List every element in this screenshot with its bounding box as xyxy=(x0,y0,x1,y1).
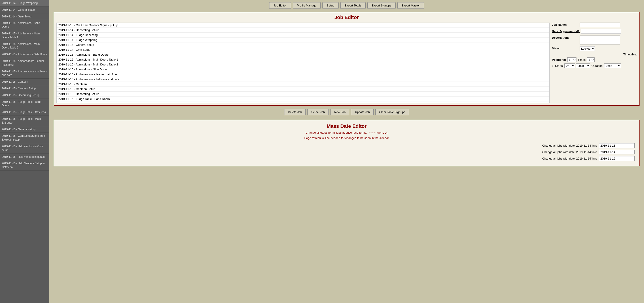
mass-date-row-label: Change all jobs with date '2019-11-15' i… xyxy=(58,157,597,160)
job-editor-content: 2019-11-13 - Craft Fair Outdoor Signs - … xyxy=(56,22,637,103)
job-list-item[interactable]: 2019-11-14 - Gym Setup xyxy=(56,47,550,52)
sidebar-item[interactable]: 2019-11-15 - Help vendors in Gym setup xyxy=(0,143,49,154)
job-list-item[interactable]: 2019-11-13 - Craft Fair Outdoor Signs - … xyxy=(56,23,550,28)
job-form: Job Name: Date: (yyyy-mm-dd): Descriptio… xyxy=(552,22,637,103)
mass-date-row-input[interactable] xyxy=(599,143,634,148)
mass-date-row: Change all jobs with date '2019-11-14' i… xyxy=(58,150,634,154)
job-list-item[interactable]: 2019-11-15 - Ambassadors - leader main f… xyxy=(56,72,550,77)
job-list-item[interactable]: 2019-11-15 - Canteen Setup xyxy=(56,87,550,92)
job-list-item[interactable]: 2019-11-15 - Admissions - Side Doors xyxy=(56,67,550,72)
job-list-item[interactable]: 2019-11-15 - Admissions - Main Doors Tab… xyxy=(56,57,550,62)
sidebar-item[interactable]: 2019-11-15 - Decorating Set-up xyxy=(0,92,49,99)
times-select[interactable]: 12345 xyxy=(587,57,594,62)
description-row: Description: xyxy=(552,35,637,44)
job-list[interactable]: 2019-11-13 - Craft Fair Outdoor Signs - … xyxy=(56,22,550,103)
nav-button-profile-manage[interactable]: Profile Manage xyxy=(293,2,321,9)
new-job-button[interactable]: New Job xyxy=(330,109,350,115)
job-list-item[interactable]: 2019-11-14 - Fudge Wrapping xyxy=(56,37,550,42)
sidebar-item[interactable]: 2019-11-15 - Ambassadors - hallways and … xyxy=(0,68,49,79)
clear-signups-button[interactable]: Clear Table Signups xyxy=(376,109,409,115)
job-list-item[interactable]: 2019-11-15 - Decorating Set-up xyxy=(56,92,550,96)
mass-date-row-input[interactable] xyxy=(599,156,634,161)
top-nav: Job EditorProfile ManageSetupExport Tota… xyxy=(54,2,640,9)
sidebar-item[interactable]: 2019-11-15 - Admissions - Main Doors Tab… xyxy=(0,41,49,51)
sidebar-item[interactable]: 2019-11-15 - Admissions - Main Doors Tab… xyxy=(0,30,49,41)
job-list-item[interactable]: 2019-11-15 - Admissions - Main Doors Tab… xyxy=(56,62,550,67)
date-row: Date: (yyyy-mm-dd): xyxy=(552,29,637,34)
positions-label: Positions: xyxy=(552,58,566,61)
sidebar-item[interactable]: 2019-11-14 - General setup xyxy=(0,7,49,13)
mass-date-row: Change all jobs with date '2019-11-13' i… xyxy=(58,143,634,148)
sidebar-item[interactable]: 2019-11-15 - Help Vendors Setup in Cafet… xyxy=(0,160,49,171)
update-job-button[interactable]: Update Job xyxy=(351,109,374,115)
sidebar-item[interactable]: 2019-11-14 - Gym Setup xyxy=(0,13,49,20)
sidebar-item[interactable]: 2019-11-15 - Admissions - Side Doors xyxy=(0,51,49,58)
nav-button-export-totals[interactable]: Export Totals xyxy=(340,2,366,9)
starts-row: 1: Starts: 0h1h2h3h 4h5h6h7h 8h9h10h11h1… xyxy=(552,63,637,68)
job-list-item[interactable]: 2019-11-14 - Decorating Set-up xyxy=(56,28,550,33)
state-select[interactable]: Locked Open Closed xyxy=(580,46,595,51)
job-list-item[interactable]: 2019-11-15 - Ambassadors - hallways and … xyxy=(56,77,550,82)
sidebar-item[interactable]: 2019-11-15 - Gym Setup/Signs/Tree & wrea… xyxy=(0,133,49,143)
mass-date-editor: Mass Date Editor Change all dates for al… xyxy=(54,120,640,166)
positions-row: Positions: 12345 678910 Times 12345 xyxy=(552,57,637,62)
duration-label: /Duration: xyxy=(591,64,603,67)
job-list-item[interactable]: 2019-11-14 - Fudge Receiving xyxy=(56,33,550,37)
action-buttons: Delete Job Select Job New Job Update Job… xyxy=(54,109,640,115)
mass-date-rows: Change all jobs with date '2019-11-13' i… xyxy=(58,143,634,161)
mass-date-row: Change all jobs with date '2019-11-15' i… xyxy=(58,156,634,161)
mass-date-desc1: Change all dates for all jobs at once (u… xyxy=(58,130,634,135)
job-name-row: Job Name: xyxy=(552,22,637,27)
sidebar-item[interactable]: 2019-11-15 - Admissions - Band Doors xyxy=(0,20,49,30)
select-job-button[interactable]: Select Job xyxy=(308,109,329,115)
mass-date-row-label: Change all jobs with date '2019-11-13' i… xyxy=(58,144,597,147)
mass-date-desc2: Page refresh will be needed for changes … xyxy=(58,136,634,140)
description-input[interactable] xyxy=(580,35,620,44)
job-list-item[interactable]: 2019-11-15 - Admissions - Band Doors xyxy=(56,52,550,57)
starts-min-select[interactable]: 0min15min30min45min xyxy=(576,63,590,68)
sidebar-item[interactable]: 2019-11-15 - Help vendors in quads xyxy=(0,154,49,160)
nav-button-job-editor[interactable]: Job Editor xyxy=(269,2,291,9)
starts-label: 1: Starts: xyxy=(552,64,564,67)
mass-date-row-label: Change all jobs with date '2019-11-14' i… xyxy=(58,150,597,154)
main-content: Job EditorProfile ManageSetupExport Tota… xyxy=(49,0,644,303)
job-list-item[interactable]: 2019-11-15 - Fudge Table - Band Doors xyxy=(56,96,550,101)
job-list-item[interactable]: 2019-11-15 - Fudge Table - Cafeteria xyxy=(56,101,550,103)
mass-date-row-input[interactable] xyxy=(599,150,634,154)
job-editor-title: Job Editor xyxy=(56,14,637,20)
delete-job-button[interactable]: Delete Job xyxy=(284,109,306,115)
sidebar-item[interactable]: 2019-11-15 - Fudge Table - Band Doors xyxy=(0,99,49,109)
job-name-label: Job Name: xyxy=(552,22,579,26)
times-label: Times xyxy=(578,58,586,61)
sidebar-item[interactable]: 2019-11-15 - Canteen xyxy=(0,79,49,85)
sidebar-item[interactable]: 2019-11-15 - Fudge Table - Cafeteria xyxy=(0,109,49,116)
starts-hours-select[interactable]: 0h1h2h3h 4h5h6h7h 8h9h10h11h12h xyxy=(564,63,575,68)
nav-button-export-signups[interactable]: Export Signups xyxy=(368,2,396,9)
sidebar-item[interactable]: 2019-11-15 - Ambassadors - leader main f… xyxy=(0,58,49,68)
nav-button-setup[interactable]: Setup xyxy=(322,2,338,9)
sidebar: 2019-11-14 - Fudge Wrapping2019-11-14 - … xyxy=(0,0,49,303)
sidebar-item[interactable]: 2019-11-15 - Fudge Table - Main Entrance xyxy=(0,116,49,126)
sidebar-item[interactable]: 2019-11-15 - Canteen Setup xyxy=(0,85,49,92)
date-input[interactable] xyxy=(581,29,621,34)
duration-select[interactable]: 0min15min30min45min 1h1h15min1h30min2h 3… xyxy=(604,63,621,68)
date-label: Date: (yyyy-mm-dd): xyxy=(552,29,580,33)
job-name-input[interactable] xyxy=(580,22,620,27)
nav-button-export-master[interactable]: Export Master xyxy=(397,2,424,9)
job-list-item[interactable]: 2019-11-14 - General setup xyxy=(56,42,550,47)
state-label: State: xyxy=(552,46,579,50)
job-list-item[interactable]: 2019-11-15 - Canteen xyxy=(56,82,550,87)
positions-select[interactable]: 12345 678910 xyxy=(567,57,576,62)
state-row: State: Locked Open Closed xyxy=(552,46,637,51)
sidebar-item[interactable]: 2019-11-15 - General set up xyxy=(0,126,49,133)
job-editor-panel: Job Editor 2019-11-13 - Craft Fair Outdo… xyxy=(54,12,640,106)
timetable-label: Timetable: xyxy=(552,53,637,56)
sidebar-item[interactable]: 2019-11-14 - Fudge Wrapping xyxy=(0,0,49,7)
description-label: Description: xyxy=(552,35,579,39)
mass-date-editor-title: Mass Date Editor xyxy=(58,123,634,129)
